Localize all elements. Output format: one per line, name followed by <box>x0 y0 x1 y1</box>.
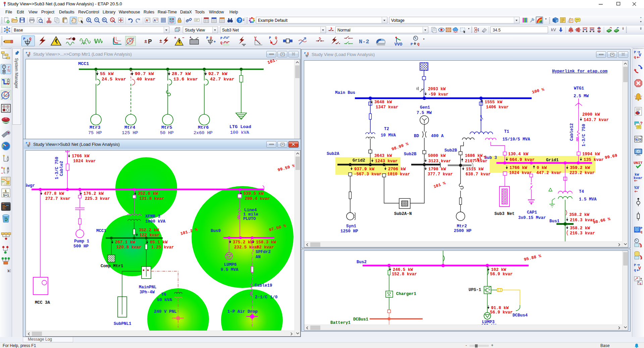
svg-text:P: P <box>269 36 271 40</box>
svg-text:299.4 kvar: 299.4 kvar <box>245 196 270 201</box>
svg-text:XFMR 3: XFMR 3 <box>145 214 160 219</box>
svg-text:1515 kW: 1515 kW <box>466 167 484 172</box>
svg-text:BD: BD <box>414 134 419 138</box>
svg-text:98.99 %: 98.99 % <box>391 141 410 152</box>
svg-text:Mtr4: Mtr4 <box>124 125 135 130</box>
svg-text:SPFdr2: SPFdr2 <box>256 250 271 254</box>
svg-text:400 A: 400 A <box>431 134 444 138</box>
svg-text:28.7 kW: 28.7 kW <box>172 71 191 76</box>
svg-text:N-2: N-2 <box>359 39 369 45</box>
svg-text:T1: T1 <box>504 129 509 134</box>
svg-text:40 kvar: 40 kvar <box>137 77 156 82</box>
svg-text:LTG Load: LTG Load <box>229 124 251 129</box>
svg-text:1994 kW: 1994 kW <box>582 152 600 157</box>
svg-text:+: + <box>1 166 3 170</box>
svg-text:?: ? <box>238 18 241 23</box>
svg-text:Sub2B: Sub2B <box>444 148 457 153</box>
svg-text:352.2 kW: 352.2 kW <box>139 228 159 233</box>
svg-text:Sub3 Net: Sub3 Net <box>494 212 515 216</box>
svg-text:UPS-1: UPS-1 <box>469 288 481 292</box>
svg-text:P: P <box>26 52 27 54</box>
svg-text:±: ± <box>159 39 162 44</box>
svg-text:T2: T2 <box>384 127 389 131</box>
svg-text:+: + <box>174 36 176 40</box>
svg-text:Bus1: Bus1 <box>549 219 559 224</box>
svg-text:P: P <box>304 52 306 55</box>
svg-text:50 kVA: 50 kVA <box>157 298 172 302</box>
svg-text:-567.3 kvar: -567.3 kvar <box>354 172 382 177</box>
svg-text:Q: Q <box>220 41 222 45</box>
svg-text:P: P <box>23 37 25 41</box>
svg-text:P: P <box>148 38 152 46</box>
svg-text:MainPNL: MainPNL <box>139 285 157 290</box>
svg-text:24.5 kvar: 24.5 kvar <box>102 77 126 82</box>
svg-text:Line4: Line4 <box>244 208 257 213</box>
svg-text:Battery1: Battery1 <box>330 321 351 325</box>
svg-text:?: ? <box>640 278 642 281</box>
svg-text:Bus9: Bus9 <box>211 229 221 233</box>
svg-text:1 mile: 1 mile <box>243 212 258 217</box>
svg-text:100 %: 100 % <box>532 87 545 95</box>
svg-text:Comp Mtr1: Comp Mtr1 <box>101 264 123 269</box>
svg-text:PLUTO: PLUTO <box>243 217 256 221</box>
svg-text:1798 kW: 1798 kW <box>428 167 446 172</box>
svg-text:Q: Q <box>307 52 309 55</box>
svg-text:MCC1: MCC1 <box>96 229 106 233</box>
svg-text:143.7 kvar: 143.7 kvar <box>584 118 609 122</box>
svg-text:1347 kvar: 1347 kvar <box>376 105 398 110</box>
svg-text:±: ± <box>144 39 147 45</box>
svg-text:539.5 kW: 539.5 kW <box>244 191 264 196</box>
svg-text:447.2 kvar: 447.2 kvar <box>536 171 561 175</box>
svg-text:−: − <box>182 36 184 40</box>
svg-text:P: P <box>634 51 636 54</box>
svg-text:Syn1: Syn1 <box>346 224 356 229</box>
svg-text:1555 kW: 1555 kW <box>485 100 502 105</box>
svg-text:95.88 %: 95.88 % <box>524 253 542 262</box>
svg-text:2093 kW: 2093 kW <box>428 87 446 92</box>
svg-text:P: P <box>220 37 222 40</box>
svg-text:56.9 kvar: 56.9 kvar <box>490 272 513 277</box>
svg-text:Hyperlink for etap.com: Hyperlink for etap.com <box>552 69 608 74</box>
svg-text:135 kvar: 135 kvar <box>584 158 604 162</box>
svg-text:2.5 MW: 2.5 MW <box>574 94 589 99</box>
svg-text:375.2 kW: 375.2 kW <box>233 240 253 245</box>
svg-text:AN: AN <box>256 255 261 259</box>
svg-text:0 kW: 0 kW <box>537 166 547 170</box>
svg-text:1243 kvar: 1243 kvar <box>375 159 398 164</box>
svg-text:52 kvar: 52 kvar <box>257 245 274 250</box>
svg-text:42.7 kvar: 42.7 kvar <box>210 77 234 82</box>
svg-text:352.6 kW: 352.6 kW <box>138 191 158 196</box>
svg-text:377.7 kvar: 377.7 kvar <box>428 172 453 177</box>
svg-text:152.8 kvar: 152.8 kvar <box>392 272 417 277</box>
svg-text:LUMP6: LUMP6 <box>224 263 237 267</box>
svg-text:MCC1: MCC1 <box>78 61 89 66</box>
svg-text:Q: Q <box>29 37 32 41</box>
svg-text:10 MVA: 10 MVA <box>381 133 396 138</box>
svg-text:1-3/C 750: 1-3/C 750 <box>55 157 59 179</box>
svg-text:358.2 kW: 358.2 kW <box>570 226 590 231</box>
svg-text:100 kVA: 100 kVA <box>230 130 250 135</box>
svg-text:−: − <box>1 172 3 175</box>
svg-text:V: V <box>639 53 641 58</box>
svg-text:Grid1: Grid1 <box>546 158 559 163</box>
svg-text:Q: Q <box>29 142 30 144</box>
svg-text:2000 kW: 2000 kW <box>582 112 600 117</box>
svg-text:Q: Q <box>29 52 30 54</box>
svg-text:664.9 kvar: 664.9 kvar <box>509 158 535 162</box>
svg-text:216.3 kvar: 216.3 kvar <box>570 218 595 223</box>
svg-text:P: P <box>640 227 642 230</box>
svg-text:P: P <box>411 42 413 46</box>
svg-text:56.9 kvar: 56.9 kvar <box>490 310 513 315</box>
svg-text:267.1 kW: 267.1 kW <box>115 240 136 245</box>
svg-text:Sub2A: Sub2A <box>327 152 339 156</box>
svg-text:%V: %V <box>634 186 639 190</box>
svg-text:T4: T4 <box>579 189 584 194</box>
svg-text:Cable2: Cable2 <box>59 161 64 176</box>
svg-text:P: P <box>26 142 27 144</box>
svg-text:VVO: VVO <box>394 42 402 46</box>
svg-text:Mtr5: Mtr5 <box>161 125 172 130</box>
svg-text:M: M <box>636 138 638 141</box>
svg-text:272.7 kvar: 272.7 kvar <box>45 196 70 201</box>
svg-text:Mtr3: Mtr3 <box>90 125 100 130</box>
svg-text:130.4 kW: 130.4 kW <box>508 152 529 157</box>
